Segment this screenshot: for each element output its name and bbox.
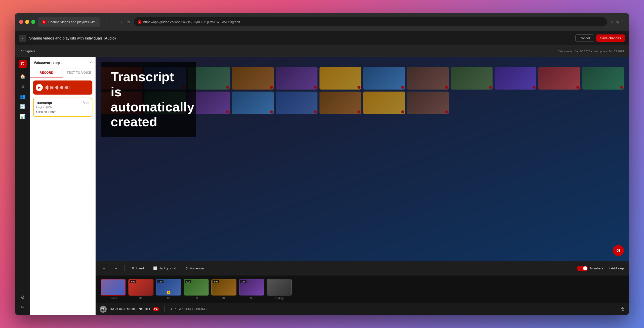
timeline-thumb-label-01: 01 bbox=[139, 297, 142, 300]
add-step-label: + Add step bbox=[608, 266, 624, 270]
delete-icon[interactable]: 🗑 bbox=[621, 307, 625, 311]
sidebar-item-scissors[interactable]: ✂ bbox=[18, 303, 27, 312]
recording-area: ▶ bbox=[30, 77, 95, 315]
timeline-thumb-label-03: 03 bbox=[195, 297, 198, 300]
sidebar-item-users[interactable]: 👥 bbox=[18, 92, 27, 101]
tab-title: Sharing videos and playlists with bbox=[48, 20, 96, 24]
panel-step: | Step 2 bbox=[51, 61, 63, 65]
browser-tab[interactable]: G Sharing videos and playlists with bbox=[38, 17, 100, 27]
tab-favicon: G bbox=[42, 20, 46, 24]
save-button[interactable]: Save changes bbox=[596, 34, 625, 42]
grid-card bbox=[538, 67, 580, 90]
transcript-title: Transcript bbox=[36, 101, 52, 105]
meta-row: 7 chapters Date created: Jan 03 2025 • L… bbox=[15, 46, 629, 57]
timeline-item-ending[interactable]: Ending bbox=[267, 279, 292, 300]
timeline-badge-05: 3.0s bbox=[240, 280, 247, 283]
address-bar-row: ‹ › ↻ G https://app.guideo.co/workflows/… bbox=[113, 17, 607, 26]
panel-close-button[interactable]: × bbox=[89, 60, 92, 65]
timeline-thumb-img-04[interactable]: 3.0s bbox=[211, 279, 236, 296]
timeline-item-cover[interactable]: Cover bbox=[101, 279, 126, 300]
panel-tabs: RECORD TEXT TO VOICE bbox=[30, 68, 95, 77]
background-button[interactable]: ⬜ Background bbox=[151, 265, 178, 271]
tab-record[interactable]: RECORD bbox=[30, 68, 63, 77]
edit-icon[interactable]: ✎ bbox=[82, 101, 85, 105]
grid-card bbox=[363, 92, 405, 114]
restart-recording-button[interactable]: ↺ RESTART RECORDING bbox=[170, 307, 207, 311]
waveform bbox=[45, 85, 90, 90]
bottom-toolbar: ↩ ↪ ⊕ Insert ⬜ Background 🎙 Voiceover bbox=[96, 261, 629, 275]
back-button[interactable]: ‹ bbox=[19, 35, 26, 42]
new-tab-button[interactable]: + bbox=[103, 18, 110, 25]
timeline-badge-02: 3.0s bbox=[157, 280, 164, 283]
bookmark-icon[interactable]: ☆ bbox=[610, 20, 614, 24]
floating-guideo-icon[interactable]: G bbox=[613, 245, 624, 256]
timeline-thumb-img-05[interactable]: 3.0s bbox=[239, 279, 264, 296]
forward-nav-button[interactable]: › bbox=[119, 19, 123, 25]
header-actions: Cancel Save changes bbox=[575, 34, 625, 42]
restart-icon: ↺ bbox=[170, 307, 172, 311]
timeline-item-01[interactable]: 3.0s 01 bbox=[128, 279, 153, 300]
address-bar[interactable]: G https://app.guideo.co/workflows/56AyuH… bbox=[134, 17, 607, 26]
timeline-thumb-img-02[interactable]: 3.0s ! bbox=[156, 279, 181, 296]
undo-button[interactable]: ↩ bbox=[101, 265, 107, 271]
extensions-icon[interactable]: ⊕ bbox=[616, 20, 619, 24]
timeline-item-03[interactable]: 3.0s 03 bbox=[184, 279, 209, 300]
close-button[interactable] bbox=[19, 20, 23, 24]
grid-card bbox=[582, 67, 624, 90]
browser-actions: ☆ ⊕ ⋮ bbox=[610, 20, 625, 24]
minimize-button[interactable] bbox=[25, 20, 29, 24]
app-logo: G bbox=[19, 60, 27, 68]
timeline-badge-03: 3.0s bbox=[185, 280, 191, 283]
sidebar-item-screen[interactable]: 🖥 bbox=[18, 82, 27, 91]
timeline-thumb-label-cover: Cover bbox=[109, 297, 117, 300]
background-icon: ⬜ bbox=[153, 266, 157, 270]
capture-screenshot-button[interactable]: CAPTURE SCREENSHOT 24 bbox=[110, 307, 159, 311]
sidebar-item-home[interactable]: 🏠 bbox=[18, 72, 27, 81]
play-icon[interactable]: ▶ bbox=[36, 84, 43, 91]
back-nav-button[interactable]: ‹ bbox=[113, 19, 117, 25]
grid-card bbox=[276, 92, 317, 114]
timeline-thumb-img-01[interactable]: 3.0s bbox=[128, 279, 153, 296]
grid-card bbox=[276, 67, 317, 90]
numbers-toggle-switch[interactable] bbox=[577, 266, 588, 271]
transcript-header: Transcript ✎ ⊞ bbox=[36, 101, 89, 105]
timeline-thumb-label-05: 05 bbox=[250, 297, 253, 300]
copy-icon[interactable]: ⊞ bbox=[86, 101, 89, 105]
grid-card bbox=[495, 67, 536, 90]
timeline-badge-01: 3.0s bbox=[130, 280, 136, 283]
tab-text-to-voice[interactable]: TEXT TO VOICE bbox=[63, 68, 96, 77]
insert-label: Insert bbox=[136, 266, 144, 270]
grid-card bbox=[407, 67, 449, 90]
timeline-badge-04: 3.0s bbox=[213, 280, 219, 283]
timeline: Cover 3.0s 01 3.0s ! 02 bbox=[96, 275, 629, 303]
transcript-lang: English (US) bbox=[36, 106, 89, 109]
timeline-thumb-img-ending[interactable] bbox=[267, 279, 292, 296]
timeline-item-02[interactable]: 3.0s ! 02 bbox=[156, 279, 181, 300]
timeline-thumb-img-03[interactable]: 3.0s bbox=[184, 279, 209, 296]
reload-button[interactable]: ↻ bbox=[126, 19, 132, 25]
sidebar-item-settings[interactable]: ⚙ bbox=[18, 293, 27, 302]
address-favicon-icon: G bbox=[138, 20, 141, 24]
timeline-item-04[interactable]: 3.0s 04 bbox=[211, 279, 236, 300]
voiceover-button[interactable]: 🎙 Voiceover bbox=[183, 265, 206, 271]
grid-card bbox=[451, 67, 493, 90]
grid-card bbox=[319, 92, 361, 114]
cancel-button[interactable]: Cancel bbox=[575, 34, 594, 42]
traffic-lights bbox=[19, 20, 35, 24]
grid-card bbox=[319, 67, 361, 90]
sidebar-item-analytics[interactable]: 📊 bbox=[18, 112, 27, 121]
redo-button[interactable]: ↪ bbox=[112, 265, 119, 271]
menu-icon[interactable]: ⋮ bbox=[621, 20, 625, 24]
sidebar-item-workflows[interactable]: 🔄 bbox=[18, 102, 27, 111]
timeline-item-05[interactable]: 3.0s 05 bbox=[239, 279, 264, 300]
transcript-overlay: Transcript is automatically created bbox=[101, 62, 196, 137]
maximize-button[interactable] bbox=[31, 20, 35, 24]
grid-card bbox=[232, 92, 274, 114]
canvas-area[interactable]: Transcript is automatically created G bbox=[96, 57, 629, 261]
add-step-button[interactable]: + Add step bbox=[608, 266, 624, 270]
capture-icon: 📷 bbox=[100, 306, 107, 313]
insert-button[interactable]: ⊕ Insert bbox=[130, 265, 146, 271]
workflow-title: Sharing videos and playlists with Indivi… bbox=[29, 36, 572, 40]
panel-title: Voiceover bbox=[34, 61, 50, 65]
timeline-thumb-img-cover[interactable] bbox=[101, 279, 126, 296]
